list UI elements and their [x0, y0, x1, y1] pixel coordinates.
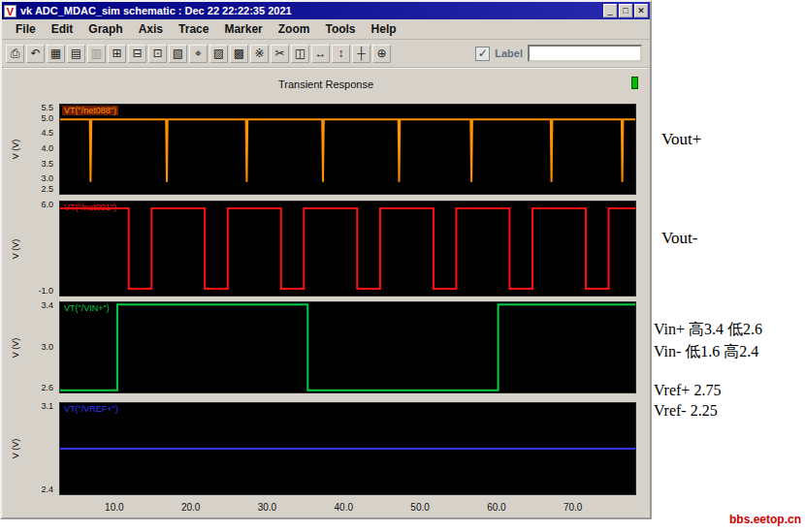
reference-icon[interactable]: ※: [250, 45, 269, 63]
y-tick-label: 5.5: [41, 103, 53, 112]
y-tick-label: 3.5: [41, 159, 53, 169]
menu-axis[interactable]: Axis: [131, 20, 171, 38]
y-axis-ticks: 5.55.04.54.03.53.02.5: [25, 104, 56, 195]
app-icon: V: [4, 5, 16, 17]
menu-file[interactable]: File: [8, 20, 44, 38]
y-tick-label: 3.1: [41, 401, 53, 411]
annotation-vref-minus: Vref- 2.25: [654, 402, 718, 420]
menu-graph[interactable]: Graph: [80, 20, 130, 38]
title-bar[interactable]: V vk ADC_MDAC_sim schematic : Dec 22 22:…: [2, 2, 650, 19]
maximize-button[interactable]: □: [619, 4, 632, 17]
annotation-vout-minus: Vout-: [661, 229, 697, 248]
window-title: vk ADC_MDAC_sim schematic : Dec 22 22:22…: [20, 5, 603, 16]
y-tick-label: 2.4: [41, 485, 53, 494]
paste-icon[interactable]: ⊡: [148, 45, 167, 63]
zoom-fit-icon[interactable]: ┼: [352, 45, 370, 63]
print-icon[interactable]: ⎙: [6, 45, 24, 63]
copy-icon[interactable]: ⊟: [128, 45, 146, 63]
close-button[interactable]: ✕: [634, 4, 648, 17]
menu-marker[interactable]: Marker: [216, 20, 270, 38]
y-tick-label: 5.0: [41, 113, 53, 123]
y-axis-label: V (V): [11, 230, 20, 268]
label-input[interactable]: [528, 45, 642, 62]
x-tick-label: 10.0: [105, 502, 123, 513]
x-tick-label: 20.0: [181, 502, 200, 513]
subplot-vrefplus: V (V) 3.12.4 VT("/VREF+"): [4, 402, 644, 495]
trace-label-vrefplus[interactable]: VT("/VREF+"): [62, 404, 120, 414]
strip-chart-icon[interactable]: ▤: [67, 45, 85, 63]
menu-help[interactable]: Help: [364, 20, 404, 38]
y-axis-ticks: 3.43.02.6: [25, 301, 56, 393]
y-tick-label: 6.0: [41, 200, 53, 209]
plot-area: Transient Response V (V) 5.55.04.54.03.5…: [4, 68, 648, 516]
composite-mode-icon[interactable]: ▥: [87, 45, 106, 63]
grid-icon[interactable]: ▩: [230, 45, 248, 63]
annotation-vref-plus: Vref+ 2.75: [654, 382, 721, 399]
y-tick-label: 3.0: [41, 342, 53, 352]
trace-label-vinplus[interactable]: VT("/VIN+"): [62, 303, 112, 313]
snapshot-icon[interactable]: ▧: [169, 45, 187, 63]
vert-marker-icon[interactable]: ▨: [209, 45, 228, 63]
zoom-box-icon[interactable]: ◫: [291, 45, 309, 63]
y-axis-label: V (V): [11, 329, 20, 367]
undo-icon[interactable]: ↶: [26, 45, 45, 63]
watermark: bbs.eetop.cn: [729, 513, 801, 526]
y-tick-label: 4.0: [41, 143, 53, 153]
subplot-net088: V (V) 5.55.04.54.03.53.02.5 VT("/net088"…: [4, 104, 644, 195]
y-tick-label: 3.0: [41, 173, 53, 183]
trace-label-net091[interactable]: VT("/net091"): [62, 203, 118, 212]
plot-title: Transient Response: [4, 78, 648, 90]
y-axis-label: V (V): [11, 130, 20, 169]
annotation-vout-plus: Vout+: [661, 130, 701, 149]
y-tick-label: 2.6: [41, 383, 53, 392]
x-tick-label: 60.0: [487, 502, 505, 513]
cut-icon[interactable]: ✂: [271, 45, 289, 63]
zoom-x-icon[interactable]: ↔: [311, 45, 330, 63]
y-tick-label: 4.5: [41, 128, 53, 138]
subplot-net091: V (V) 6.0-1.0 VT("/net091"): [4, 201, 644, 297]
plot-canvas-vrefplus[interactable]: VT("/VREF+"): [59, 402, 636, 495]
annotation-vin-plus: Vin+ 高3.4 低2.6: [654, 320, 762, 340]
x-axis-ticks: 10.020.030.040.050.060.070.0: [59, 500, 636, 515]
zoom-y-icon[interactable]: ↕: [332, 45, 350, 63]
menu-trace[interactable]: Trace: [171, 20, 216, 38]
annotation-vin-minus: Vin- 低1.6 高2.4: [654, 342, 758, 362]
waveform-window: V vk ADC_MDAC_sim schematic : Dec 22 22:…: [0, 0, 652, 519]
menu-edit[interactable]: Edit: [44, 20, 81, 38]
new-subwindow-icon[interactable]: ⊞: [108, 45, 126, 63]
menu-zoom[interactable]: Zoom: [271, 20, 318, 38]
y-axis-label: V (V): [11, 429, 20, 468]
subwindow-indicator[interactable]: [631, 77, 638, 89]
pan-icon[interactable]: ⊕: [372, 45, 391, 63]
toolbar: ⎙↶▦▤▥⊞⊟⊡▧⌖▨▩※✂◫↔↕┼⊕ ✓ Label: [2, 40, 650, 68]
y-tick-label: 2.5: [41, 184, 53, 194]
marker-icon[interactable]: ⌖: [189, 45, 208, 63]
toolbar-icons: ⎙↶▦▤▥⊞⊟⊡▧⌖▨▩※✂◫↔↕┼⊕: [6, 45, 391, 63]
plot-canvas-net088[interactable]: VT("/net088"): [59, 104, 636, 195]
subplot-vinplus: V (V) 3.43.02.6 VT("/VIN+"): [4, 301, 644, 393]
menu-tools[interactable]: Tools: [317, 20, 363, 38]
x-tick-label: 40.0: [335, 502, 353, 513]
trace-label-net088[interactable]: VT("/net088"): [62, 106, 118, 115]
y-tick-label: -1.0: [38, 286, 53, 296]
label-checkbox[interactable]: ✓: [475, 47, 490, 61]
plot-canvas-vinplus[interactable]: VT("/VIN+"): [59, 301, 636, 393]
x-tick-label: 50.0: [410, 502, 429, 513]
x-tick-label: 30.0: [258, 502, 276, 513]
x-tick-label: 70.0: [564, 502, 582, 513]
y-axis-ticks: 3.12.4: [25, 402, 56, 495]
y-tick-label: 3.4: [41, 300, 53, 310]
table-icon[interactable]: ▦: [47, 45, 65, 63]
label-checkbox-text: Label: [495, 47, 523, 59]
plot-canvas-net091[interactable]: VT("/net091"): [59, 201, 636, 297]
y-axis-ticks: 6.0-1.0: [25, 201, 56, 297]
menu-bar: FileEditGraphAxisTraceMarkerZoomToolsHel…: [2, 19, 650, 40]
minimize-button[interactable]: _: [603, 4, 617, 17]
